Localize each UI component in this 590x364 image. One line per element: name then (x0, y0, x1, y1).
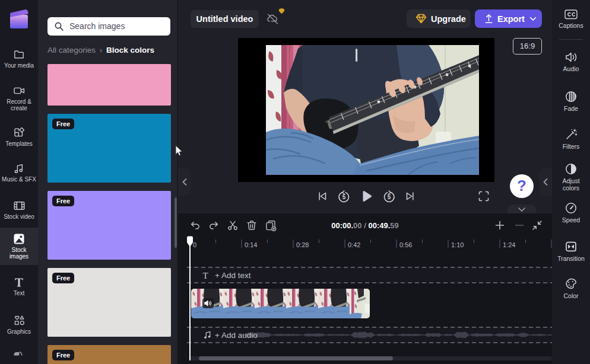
svg-text:1:24: 1:24 (503, 241, 515, 248)
svg-text:5: 5 (342, 194, 346, 200)
svg-text:?: ? (517, 178, 526, 194)
svg-text:0:28: 0:28 (296, 241, 309, 248)
svg-text:0:56: 0:56 (399, 241, 412, 248)
svg-text:1:10: 1:10 (451, 241, 464, 248)
svg-text:0:14: 0:14 (245, 241, 257, 248)
svg-text:5: 5 (388, 194, 391, 200)
svg-text:0:42: 0:42 (348, 241, 360, 248)
svg-text:T: T (202, 271, 208, 280)
